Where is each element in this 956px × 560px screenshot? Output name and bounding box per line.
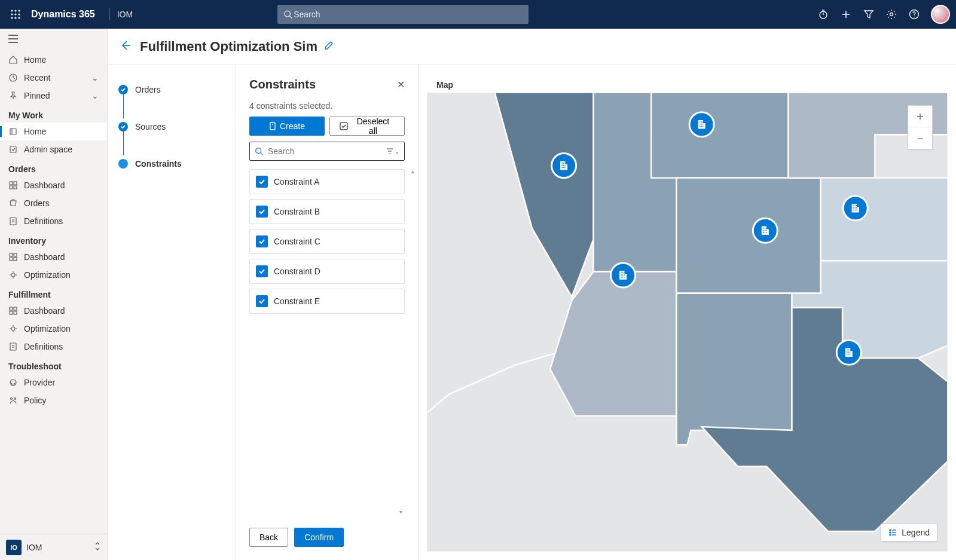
zoom-in-button[interactable]: ＋	[908, 106, 932, 127]
svg-rect-91	[853, 207, 854, 208]
confirm-button[interactable]: Confirm	[294, 528, 344, 547]
svg-line-10	[289, 16, 292, 19]
svg-rect-77	[564, 165, 565, 166]
step-label: Orders	[135, 85, 161, 94]
sidebar-item-definitions[interactable]: Definitions	[0, 338, 107, 356]
checkbox-icon[interactable]	[256, 206, 268, 218]
gear-icon[interactable]	[885, 8, 897, 20]
constraint-search[interactable]: ⌄	[249, 142, 405, 161]
svg-point-0	[11, 10, 13, 11]
help-icon[interactable]	[908, 8, 920, 20]
close-icon[interactable]: ✕	[397, 79, 405, 90]
checkbox-icon[interactable]	[256, 176, 268, 188]
nav-label: Optimization	[24, 324, 71, 333]
svg-rect-108	[624, 277, 624, 277]
pin-az[interactable]	[611, 263, 636, 287]
constraint-item[interactable]: Constraint D	[249, 259, 405, 284]
avatar[interactable]	[931, 5, 950, 24]
sidebar-item-optimization[interactable]: Optimization	[0, 266, 107, 284]
nav-label: Dashboard	[24, 180, 65, 190]
constraint-search-input[interactable]	[267, 146, 383, 157]
svg-rect-68	[703, 126, 703, 127]
svg-rect-94	[855, 207, 856, 208]
svg-rect-96	[856, 205, 857, 206]
constraint-item[interactable]: Constraint A	[249, 169, 405, 194]
svg-rect-83	[765, 228, 765, 228]
svg-rect-64	[701, 124, 701, 124]
svg-line-54	[261, 153, 263, 155]
svg-rect-27	[14, 182, 17, 185]
pin-ks[interactable]	[843, 196, 868, 221]
checkbox-icon[interactable]	[256, 295, 268, 307]
nav-label: Policy	[24, 396, 46, 405]
svg-rect-25	[10, 146, 16, 152]
svg-rect-73	[563, 163, 564, 163]
pin-co[interactable]	[753, 218, 777, 243]
svg-rect-74	[563, 165, 564, 166]
sidebar: Home Recent ⌄ Pinned ⌄ My WorkHomeAdmin …	[0, 29, 108, 560]
svg-rect-93	[855, 205, 856, 206]
sidebar-item-dashboard[interactable]: Dashboard	[0, 302, 107, 320]
sidebar-item-dashboard[interactable]: Dashboard	[0, 248, 107, 266]
zoom-out-button[interactable]: －	[908, 127, 932, 149]
sidebar-item-admin-space[interactable]: Admin space	[0, 140, 107, 158]
svg-rect-113	[848, 350, 849, 350]
svg-rect-103	[622, 273, 623, 273]
constraint-item[interactable]: Constraint C	[249, 229, 405, 254]
svg-rect-86	[766, 228, 766, 228]
sidebar-item-home[interactable]: Home	[0, 123, 107, 140]
nav-recent[interactable]: Recent ⌄	[0, 69, 107, 87]
state-co[interactable]	[676, 178, 820, 293]
svg-point-3	[11, 13, 13, 15]
filter-dropdown-icon[interactable]: ⌄	[386, 148, 399, 155]
checkbox-icon[interactable]	[256, 235, 268, 247]
legend-button[interactable]: Legend	[881, 524, 937, 541]
search-input[interactable]	[292, 9, 523, 20]
constraint-item[interactable]: Constraint E	[249, 289, 405, 314]
sidebar-item-definitions[interactable]: Definitions	[0, 212, 107, 230]
tab-map[interactable]: Map	[435, 76, 454, 93]
pin-wy[interactable]	[689, 112, 714, 137]
svg-rect-80	[763, 228, 763, 228]
create-button[interactable]: Create	[249, 117, 325, 136]
app-launcher-icon[interactable]	[6, 5, 25, 24]
hamburger-icon[interactable]	[0, 29, 107, 51]
constraint-list[interactable]: ▴ Constraint AConstraint BConstraint CCo…	[236, 167, 418, 518]
divider	[109, 8, 110, 20]
state-nm[interactable]	[676, 293, 792, 445]
pin-tx[interactable]	[836, 340, 861, 365]
step-sources[interactable]: Sources	[118, 118, 225, 135]
sidebar-item-optimization[interactable]: Optimization	[0, 320, 107, 338]
sidebar-item-dashboard[interactable]: Dashboard	[0, 176, 107, 194]
constraint-item[interactable]: Constraint B	[249, 199, 405, 224]
nav-pinned[interactable]: Pinned ⌄	[0, 87, 107, 105]
back-button[interactable]: Back	[249, 528, 288, 547]
plus-icon[interactable]	[840, 8, 852, 20]
sidebar-item-policy[interactable]: Policy	[0, 391, 107, 409]
svg-rect-118	[850, 354, 850, 354]
checkbox-icon[interactable]	[256, 265, 268, 277]
svg-rect-90	[853, 205, 854, 206]
svg-point-7	[14, 17, 16, 19]
brand[interactable]: Dynamics 365	[31, 9, 95, 20]
timer-icon[interactable]	[817, 8, 829, 20]
edit-icon[interactable]	[323, 39, 334, 54]
state-ks[interactable]	[821, 178, 947, 261]
back-icon[interactable]	[120, 39, 132, 53]
step-orders[interactable]: Orders	[118, 81, 225, 98]
global-search[interactable]	[277, 5, 529, 24]
pin-nv[interactable]	[552, 154, 576, 178]
map-panel: Map ＋ － Legend	[419, 65, 956, 560]
sidebar-item-provider[interactable]: Provider	[0, 374, 107, 391]
svg-rect-38	[10, 307, 13, 310]
map-canvas[interactable]: ＋ － Legend	[427, 93, 948, 552]
step-constraints[interactable]: Constraints	[118, 155, 225, 172]
nav-home[interactable]: Home	[0, 51, 107, 69]
state-wy[interactable]	[651, 93, 788, 178]
app-switcher[interactable]: IO IOM	[0, 534, 107, 560]
sidebar-item-orders[interactable]: Orders	[0, 194, 107, 212]
nav-section-title: Troubleshoot	[0, 356, 107, 374]
filter-icon[interactable]	[863, 8, 875, 20]
step-dot	[118, 85, 128, 94]
deselect-all-button[interactable]: Deselect all	[329, 117, 405, 136]
